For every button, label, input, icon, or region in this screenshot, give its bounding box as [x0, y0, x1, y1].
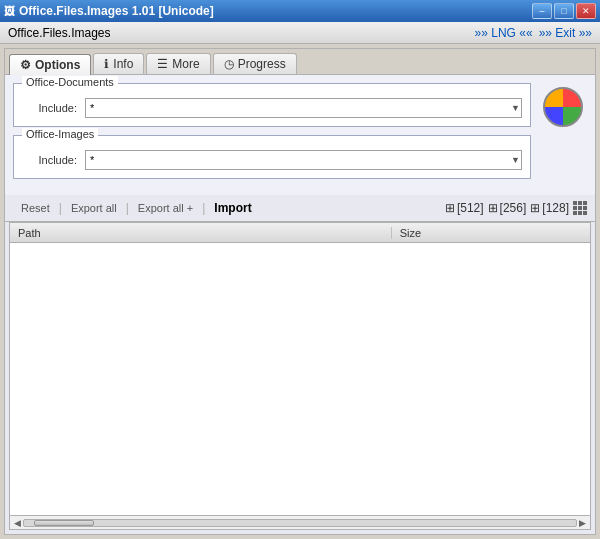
info-tab-label: Info — [113, 57, 133, 71]
menu-bar-right: »» LNG «« »» Exit »» — [475, 26, 592, 40]
title-bar-controls: – □ ✕ — [532, 3, 596, 19]
export-all-plus-button[interactable]: Export all + — [130, 200, 201, 216]
window-title: Office.Files.Images 1.01 [Unicode] — [19, 4, 214, 18]
title-bar: 🖼 Office.Files.Images 1.01 [Unicode] – □… — [0, 0, 600, 22]
options-panel: Office-Documents Include: * ▼ Office-Ima… — [5, 75, 595, 195]
import-button[interactable]: Import — [206, 199, 259, 217]
info-tab-icon: ℹ — [104, 57, 109, 71]
office-documents-group: Office-Documents Include: * ▼ — [13, 83, 531, 127]
progress-tab-label: Progress — [238, 57, 286, 71]
exit-button[interactable]: »» Exit »» — [539, 26, 592, 40]
size-512-icon: ⊞ — [445, 201, 455, 215]
office-images-row: Include: * ▼ — [22, 150, 522, 170]
office-documents-select[interactable]: * — [85, 98, 522, 118]
size-512-button[interactable]: ⊞ [512] — [445, 201, 484, 215]
column-path: Path — [10, 227, 392, 239]
groups-and-logo: Office-Documents Include: * ▼ Office-Ima… — [13, 83, 587, 187]
size-128-button[interactable]: ⊞ [128] — [530, 201, 569, 215]
office-images-title: Office-Images — [22, 128, 98, 140]
tab-more[interactable]: ☰ More — [146, 53, 210, 74]
size-256-icon: ⊞ — [488, 201, 498, 215]
toolbar: Reset | Export all | Export all + | Impo… — [5, 195, 595, 222]
groups-area: Office-Documents Include: * ▼ Office-Ima… — [13, 83, 531, 187]
office-documents-include-label: Include: — [22, 102, 77, 114]
office-documents-title: Office-Documents — [22, 76, 118, 88]
office-documents-select-wrapper: * ▼ — [85, 98, 522, 118]
office-images-select-wrapper: * ▼ — [85, 150, 522, 170]
toolbar-right: ⊞ [512] ⊞ [256] ⊞ [128] — [445, 201, 587, 215]
maximize-button[interactable]: □ — [554, 3, 574, 19]
options-tab-label: Options — [35, 58, 80, 72]
app-icon: 🖼 — [4, 5, 15, 17]
scroll-right-arrow[interactable]: ▶ — [577, 518, 588, 528]
more-tab-icon: ☰ — [157, 57, 168, 71]
size-256-label: [256] — [500, 201, 527, 215]
menu-bar: Office.Files.Images »» LNG «« »» Exit »» — [0, 22, 600, 44]
app-name-label: Office.Files.Images — [8, 26, 110, 40]
grid-view-button[interactable] — [573, 201, 587, 215]
tab-options[interactable]: ⚙ Options — [9, 54, 91, 75]
horizontal-scrollbar[interactable]: ◀ ▶ — [10, 515, 590, 529]
lng-button[interactable]: »» LNG «« — [475, 26, 533, 40]
app-logo — [543, 87, 583, 127]
tab-progress[interactable]: ◷ Progress — [213, 53, 297, 74]
main-content: ⚙ Options ℹ Info ☰ More ◷ Progress Offic… — [4, 48, 596, 535]
size-128-label: [128] — [542, 201, 569, 215]
column-size: Size — [392, 227, 590, 239]
title-bar-left: 🖼 Office.Files.Images 1.01 [Unicode] — [4, 4, 214, 18]
grid-icon — [573, 201, 587, 215]
table-body[interactable] — [10, 243, 590, 515]
scroll-left-arrow[interactable]: ◀ — [12, 518, 23, 528]
office-documents-row: Include: * ▼ — [22, 98, 522, 118]
office-images-select[interactable]: * — [85, 150, 522, 170]
tab-bar: ⚙ Options ℹ Info ☰ More ◷ Progress — [5, 49, 595, 75]
size-256-button[interactable]: ⊞ [256] — [488, 201, 527, 215]
minimize-button[interactable]: – — [532, 3, 552, 19]
scroll-track[interactable] — [23, 519, 577, 527]
options-tab-icon: ⚙ — [20, 58, 31, 72]
size-128-icon: ⊞ — [530, 201, 540, 215]
logo-area — [539, 83, 587, 131]
more-tab-label: More — [172, 57, 199, 71]
close-button[interactable]: ✕ — [576, 3, 596, 19]
office-images-include-label: Include: — [22, 154, 77, 166]
office-images-group: Office-Images Include: * ▼ — [13, 135, 531, 179]
file-table: Path Size ◀ ▶ — [9, 222, 591, 530]
table-header: Path Size — [10, 223, 590, 243]
reset-button[interactable]: Reset — [13, 200, 58, 216]
tab-info[interactable]: ℹ Info — [93, 53, 144, 74]
scroll-thumb[interactable] — [34, 520, 94, 526]
progress-tab-icon: ◷ — [224, 57, 234, 71]
size-512-label: [512] — [457, 201, 484, 215]
export-all-button[interactable]: Export all — [63, 200, 125, 216]
